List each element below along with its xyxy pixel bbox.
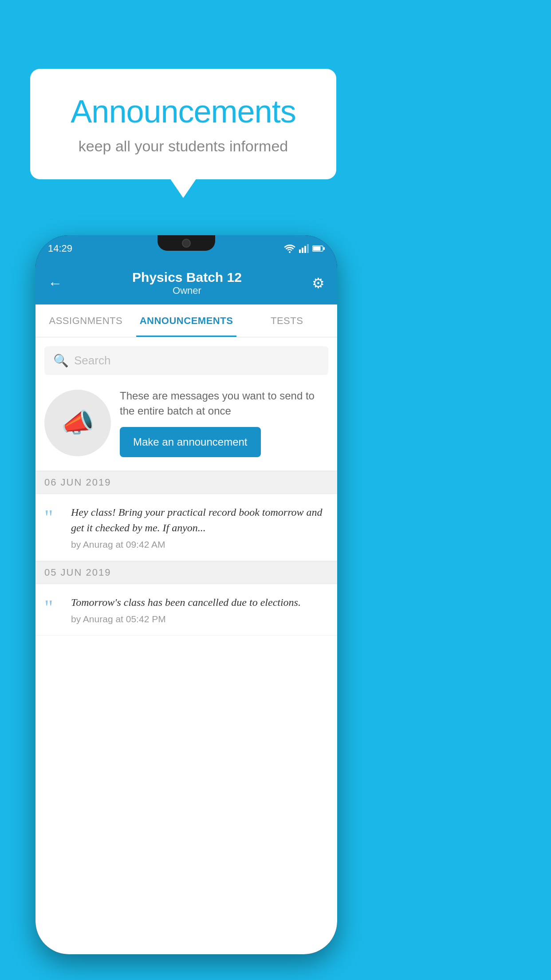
svg-rect-5 (313, 247, 321, 251)
back-button[interactable]: ← (48, 275, 62, 292)
search-icon: 🔍 (53, 353, 69, 368)
tab-tests[interactable]: TESTS (236, 304, 337, 337)
svg-rect-0 (299, 249, 301, 253)
batch-title: Physics Batch 12 (62, 270, 312, 285)
status-bar: 14:29 (35, 235, 337, 262)
svg-rect-6 (323, 247, 325, 250)
promo-right: These are messages you want to send to t… (120, 388, 328, 457)
make-announcement-button[interactable]: Make an announcement (120, 427, 261, 457)
speech-bubble-section: Announcements keep all your students inf… (30, 69, 336, 179)
promo-description: These are messages you want to send to t… (120, 388, 328, 418)
phone-frame: 14:29 ← Physics Batch 12 (35, 235, 337, 954)
announcement-body-1: Hey class! Bring your practical record b… (71, 505, 328, 550)
status-time: 14:29 (48, 243, 72, 254)
camera-notch (182, 239, 191, 248)
promo-icon-circle: 📣 (44, 390, 111, 456)
announcements-subtitle: keep all your students informed (52, 138, 314, 155)
announcement-meta-2: by Anurag at 05:42 PM (71, 614, 328, 624)
battery-icon (312, 245, 325, 252)
date-separator-2: 05 JUN 2019 (35, 561, 337, 584)
wifi-icon (284, 244, 295, 253)
announcement-item-1: " Hey class! Bring your practical record… (35, 494, 337, 561)
status-icons (284, 244, 325, 253)
tabs-bar: ASSIGNMENTS ANNOUNCEMENTS TESTS (35, 304, 337, 337)
announcement-body-2: Tomorrow's class has been cancelled due … (71, 595, 328, 624)
announcement-promo: 📣 These are messages you want to send to… (35, 375, 337, 471)
quote-icon-2: " (44, 597, 62, 618)
announcement-text-2: Tomorrow's class has been cancelled due … (71, 595, 328, 610)
svg-rect-3 (307, 244, 309, 253)
batch-role: Owner (62, 285, 312, 296)
search-placeholder: Search (74, 354, 110, 368)
speech-bubble: Announcements keep all your students inf… (30, 69, 336, 179)
megaphone-icon: 📣 (61, 407, 94, 439)
announcement-text-1: Hey class! Bring your practical record b… (71, 505, 328, 536)
tab-assignments[interactable]: ASSIGNMENTS (35, 304, 136, 337)
screen-content: 🔍 Search 📣 These are messages you want t… (35, 337, 337, 954)
quote-icon-1: " (44, 507, 62, 528)
announcements-title: Announcements (52, 93, 314, 130)
app-header: ← Physics Batch 12 Owner ⚙ (35, 262, 337, 304)
settings-button[interactable]: ⚙ (312, 275, 325, 292)
svg-rect-2 (304, 246, 306, 253)
signal-icon (299, 244, 309, 253)
date-separator-1: 06 JUN 2019 (35, 471, 337, 494)
tab-announcements[interactable]: ANNOUNCEMENTS (136, 304, 237, 337)
svg-rect-1 (302, 248, 303, 253)
phone-notch (157, 235, 215, 251)
announcement-meta-1: by Anurag at 09:42 AM (71, 539, 328, 550)
search-bar[interactable]: 🔍 Search (44, 346, 328, 375)
announcement-item-2: " Tomorrow's class has been cancelled du… (35, 584, 337, 636)
header-title-area: Physics Batch 12 Owner (62, 270, 312, 296)
